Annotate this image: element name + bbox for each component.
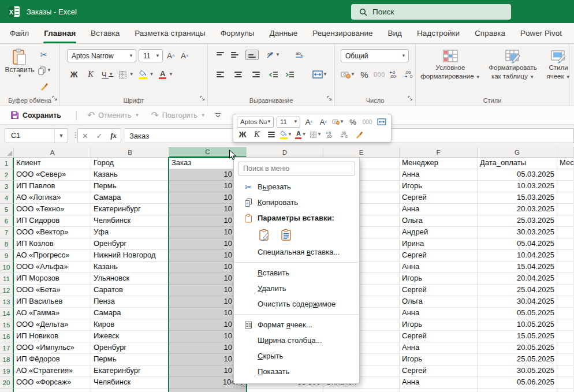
cell-F15[interactable]: Игорь [400, 319, 478, 331]
column-header-C[interactable]: C [169, 147, 247, 158]
menu-item[interactable]: Параметры вставки: [234, 210, 359, 226]
underline-button[interactable]: Ч ▼ [102, 68, 113, 81]
cell-G11[interactable]: 20.04.2025 [478, 273, 557, 285]
mini-font-color-button[interactable]: А▼ [295, 128, 307, 141]
cell-C21[interactable] [169, 389, 247, 392]
cell-A1[interactable]: Клиент [14, 158, 91, 169]
cell-G8[interactable]: 05.04.2025 [478, 238, 557, 250]
decrease-decimal-button[interactable]: ,000 [404, 68, 415, 81]
cell-B7[interactable]: Уфа [91, 227, 169, 238]
cell-G9[interactable]: 10.04.2025 [478, 250, 557, 262]
cell-F18[interactable]: Игорь [400, 354, 478, 365]
tab-разметка-страницы[interactable]: Разметка страницы [127, 23, 213, 43]
cell-F11[interactable]: Игорь [400, 273, 478, 285]
cell-F10[interactable]: Анна [400, 262, 478, 273]
mini-merge-button[interactable] [376, 115, 387, 128]
cell-B12[interactable]: Саратов [91, 285, 169, 296]
row-header-3[interactable]: 3 [0, 181, 14, 192]
cell-G5[interactable]: 20.03.2025 [478, 204, 557, 215]
cell-G14[interactable]: 05.05.2025 [478, 308, 557, 319]
row-header-16[interactable]: 16 [0, 331, 14, 342]
row-header-17[interactable]: 17 [0, 342, 14, 354]
cell-H13[interactable] [557, 296, 574, 308]
cell-G16[interactable]: 15.05.2025 [478, 331, 557, 342]
paste-button[interactable]: Вставить ▼ [5, 48, 35, 79]
cell-H21[interactable] [557, 389, 574, 392]
cell-F7[interactable]: Андрей [400, 227, 478, 238]
tab-рецензирование[interactable]: Рецензирование [305, 23, 380, 43]
cell-A8[interactable]: ИП Козлов [14, 238, 91, 250]
cell-G7[interactable]: 30.03.2025 [478, 227, 557, 238]
mini-shrink-font-button[interactable]: A˅ [318, 115, 329, 128]
menu-item[interactable]: Формат ячеек... [234, 317, 359, 333]
cell-H19[interactable] [557, 365, 574, 377]
conditional-formatting-button[interactable]: Условное форматирование ▼ [419, 44, 482, 81]
column-header-A[interactable]: A [14, 147, 91, 158]
row-header-7[interactable]: 7 [0, 227, 14, 238]
cell-B21[interactable] [91, 389, 169, 392]
mini-decrease-decimal-button[interactable]: ,000 [339, 128, 351, 141]
menu-item[interactable]: Скрыть [234, 348, 359, 364]
cell-B8[interactable]: Оренбург [91, 238, 169, 250]
cell-F4[interactable]: Сергей [400, 192, 478, 204]
cell-A6[interactable]: ИП Сидоров [14, 215, 91, 227]
dialog-launcher-icon[interactable] [52, 93, 57, 103]
cell-F8[interactable]: Ирина [400, 238, 478, 250]
font-color-button[interactable]: А ▼ [159, 68, 173, 81]
cell-G18[interactable]: 25.05.2025 [478, 354, 557, 365]
row-header-18[interactable]: 18 [0, 354, 14, 365]
cell-G10[interactable]: 15.04.2025 [478, 262, 557, 273]
cell-A12[interactable]: ООО «Бета» [14, 285, 91, 296]
cell-F19[interactable]: Сергей [400, 365, 478, 377]
mini-borders-button[interactable]: ▼ [310, 128, 322, 141]
cell-G1[interactable]: Дата_оплаты [478, 158, 557, 169]
cell-H7[interactable] [557, 227, 574, 238]
cell-F1[interactable]: Менеджер [400, 158, 478, 169]
dialog-launcher-icon[interactable] [408, 93, 413, 103]
cell-B15[interactable]: Киров [91, 319, 169, 331]
cell-H12[interactable] [557, 285, 574, 296]
mini-accounting-button[interactable]: ▼ [332, 115, 344, 128]
cell-F12[interactable]: Сергей [400, 285, 478, 296]
cell-F13[interactable]: Ольга [400, 296, 478, 308]
menu-item[interactable]: Очистить содержимое [234, 296, 359, 312]
percent-button[interactable]: % [359, 68, 370, 81]
cell-A15[interactable]: ООО «Дельта» [14, 319, 91, 331]
row-header-15[interactable]: 15 [0, 319, 14, 331]
copy-button[interactable]: ▼ [38, 64, 51, 77]
cell-H9[interactable] [557, 250, 574, 262]
cell-F9[interactable]: Сергей [400, 250, 478, 262]
column-header-h[interactable] [557, 147, 574, 158]
cell-G13[interactable]: 30.04.2025 [478, 296, 557, 308]
cell-B20[interactable]: Челябинск [91, 377, 169, 389]
column-header-B[interactable]: B [91, 147, 169, 158]
format-as-table-button[interactable]: Форматировать как таблицу ▼ [485, 44, 541, 81]
cell-F17[interactable]: Анна [400, 342, 478, 354]
cell-B19[interactable]: Екатеринбург [91, 365, 169, 377]
cell-H14[interactable] [557, 308, 574, 319]
row-header-10[interactable]: 10 [0, 262, 14, 273]
cell-F5[interactable]: Анна [400, 204, 478, 215]
cell-H4[interactable] [557, 192, 574, 204]
undo-button[interactable]: ↶ Отменить ▼ [83, 108, 144, 123]
bold-button[interactable]: Ж [68, 68, 80, 81]
cell-B6[interactable]: Челябинск [91, 215, 169, 227]
qat-customize-button[interactable] [213, 108, 223, 123]
tab-главная[interactable]: Главная [36, 23, 83, 43]
cell-A11[interactable]: ИП Морозов [14, 273, 91, 285]
column-header-E[interactable]: E [323, 147, 400, 158]
menu-item[interactable]: Копировать [234, 195, 359, 210]
row-header-12[interactable]: 12 [0, 285, 14, 296]
cell-H15[interactable] [557, 319, 574, 331]
cell-H8[interactable] [557, 238, 574, 250]
menu-item[interactable]: Вставить [234, 265, 359, 281]
menu-item[interactable]: Ширина столбца... [234, 333, 359, 348]
menu-item[interactable]: ✂Вырезать [234, 179, 359, 195]
row-header-2[interactable]: 2 [0, 169, 14, 181]
cell-H1[interactable]: Меся [557, 158, 574, 169]
cell-F6[interactable]: Ольга [400, 215, 478, 227]
cell-G3[interactable]: 10.03.2025 [478, 181, 557, 192]
tab-вставка[interactable]: Вставка [83, 23, 127, 43]
mini-grow-font-button[interactable]: A˄ [303, 115, 315, 128]
increase-decimal-button[interactable]: ,000 [389, 68, 400, 81]
